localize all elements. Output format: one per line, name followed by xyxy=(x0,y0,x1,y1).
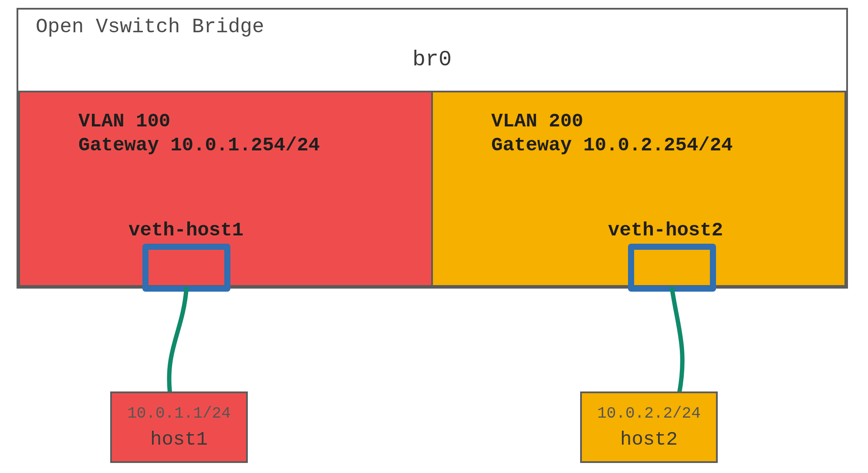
vlan100-label-line1: VLAN 100 xyxy=(78,110,170,132)
vlan100-label-line2: Gateway 10.0.1.254/24 xyxy=(78,134,320,156)
ovs-network-diagram: Open Vswitch Bridge br0 VLAN 100 Gateway… xyxy=(0,0,868,473)
host1-name: host1 xyxy=(150,429,208,450)
vlan100-veth-label: veth-host1 xyxy=(128,219,243,241)
vlan200-veth-label: veth-host2 xyxy=(608,219,723,241)
host2-box xyxy=(581,392,717,462)
host2-name: host2 xyxy=(620,429,678,450)
vlan200-label-line2: Gateway 10.0.2.254/24 xyxy=(491,134,733,156)
host2-ip: 10.0.2.2/24 xyxy=(597,405,701,422)
link-host2 xyxy=(672,289,682,392)
bridge-title: Open Vswitch Bridge xyxy=(36,16,264,38)
host1-box xyxy=(111,392,247,462)
host1-ip: 10.0.1.1/24 xyxy=(127,405,231,422)
bridge-name: br0 xyxy=(412,47,452,72)
link-host1 xyxy=(169,289,186,392)
vlan200-label-line1: VLAN 200 xyxy=(491,110,583,132)
